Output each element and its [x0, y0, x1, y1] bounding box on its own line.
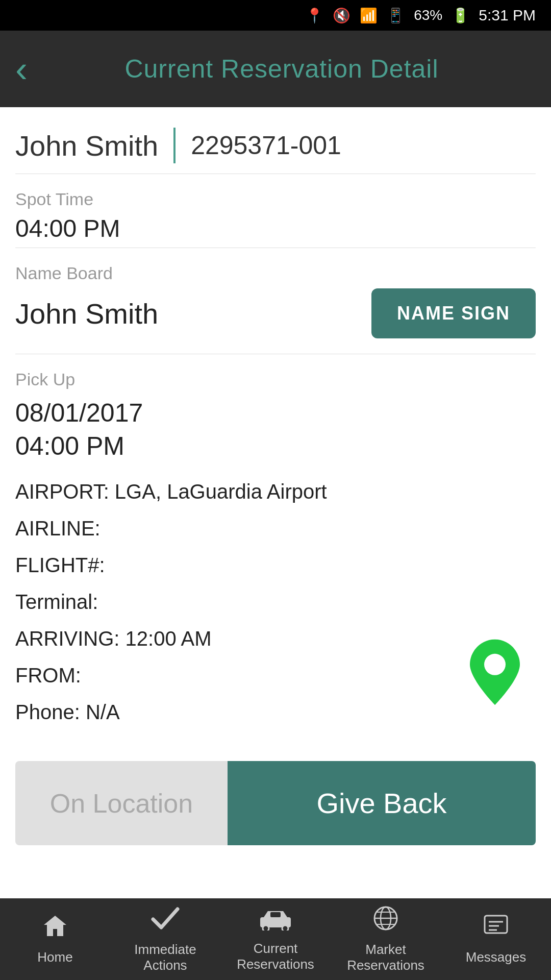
svg-point-3: [282, 925, 288, 930]
nav-immediate-label: ImmediateActions: [134, 942, 196, 973]
customer-id: 2295371-001: [191, 131, 341, 160]
customer-info-row: John Smith 2295371-001: [15, 107, 536, 174]
action-buttons-row: On Location Give Back: [15, 761, 536, 845]
nav-item-current-reservations[interactable]: CurrentReservations: [220, 898, 331, 980]
svg-rect-4: [270, 912, 281, 917]
nav-item-immediate-actions[interactable]: ImmediateActions: [110, 898, 220, 980]
signal-icon: 📱: [387, 7, 405, 24]
globe-icon: [372, 905, 399, 938]
status-bar: 📍 🔇 📶 📱 63% 🔋 5:31 PM: [0, 0, 551, 31]
name-id-divider: [173, 128, 176, 163]
spot-time-label: Spot Time: [15, 189, 536, 209]
battery-icon: 🔋: [452, 7, 469, 24]
back-icon: ‹: [15, 48, 28, 89]
messages-icon: [483, 913, 509, 945]
customer-name: John Smith: [15, 129, 158, 162]
nav-home-label: Home: [37, 949, 72, 965]
flight-info: FLIGHT#:: [15, 547, 536, 583]
car-icon: [258, 906, 293, 937]
name-board-row: John Smith NAME SIGN: [15, 288, 536, 349]
nav-market-label: MarketReservations: [347, 942, 424, 973]
name-sign-button[interactable]: NAME SIGN: [371, 288, 536, 338]
nav-item-home[interactable]: Home: [0, 898, 110, 980]
battery-level: 63%: [414, 7, 442, 23]
back-button[interactable]: ‹: [15, 51, 28, 87]
pickup-date: 08/01/2017 04:00 PM: [15, 397, 536, 463]
arriving-info: ARRIVING: 12:00 AM: [15, 620, 536, 657]
svg-point-2: [263, 925, 269, 930]
header: ‹ Current Reservation Detail: [0, 31, 551, 107]
name-board-value: John Smith: [15, 297, 158, 330]
check-icon: [151, 905, 180, 938]
pickup-details: AIRPORT: LGA, LaGuardia Airport AIRLINE:…: [15, 473, 536, 730]
name-board-section: Name Board John Smith NAME SIGN: [15, 248, 536, 354]
home-icon: [42, 913, 68, 945]
terminal-info: Terminal:: [15, 583, 536, 620]
nav-item-messages[interactable]: Messages: [441, 898, 551, 980]
main-content: John Smith 2295371-001 Spot Time 04:00 P…: [0, 107, 551, 845]
nav-item-market[interactable]: MarketReservations: [331, 898, 441, 980]
nav-current-label: CurrentReservations: [237, 941, 314, 972]
airport-info: AIRPORT: LGA, LaGuardia Airport: [15, 473, 536, 510]
spot-time-value: 04:00 PM: [15, 214, 536, 242]
spot-time-section: Spot Time 04:00 PM: [15, 174, 536, 248]
svg-point-0: [484, 654, 506, 675]
from-info: FROM:: [15, 657, 536, 694]
status-time: 5:31 PM: [479, 7, 536, 24]
nav-messages-label: Messages: [466, 949, 527, 965]
on-location-button[interactable]: On Location: [15, 761, 228, 845]
airline-info: AIRLINE:: [15, 510, 536, 547]
bottom-navigation: Home ImmediateActions CurrentReservation…: [0, 898, 551, 980]
wifi-icon: 📶: [360, 7, 378, 24]
phone-info: Phone: N/A: [15, 694, 536, 730]
location-pin: [464, 636, 525, 710]
name-board-label: Name Board: [15, 263, 536, 283]
give-back-button[interactable]: Give Back: [228, 761, 536, 845]
mute-icon: 🔇: [333, 7, 350, 24]
pickup-label: Pick Up: [15, 370, 536, 389]
page-title: Current Reservation Detail: [28, 54, 536, 84]
pickup-section: Pick Up 08/01/2017 04:00 PM AIRPORT: LGA…: [15, 354, 536, 741]
location-icon: 📍: [306, 7, 323, 24]
